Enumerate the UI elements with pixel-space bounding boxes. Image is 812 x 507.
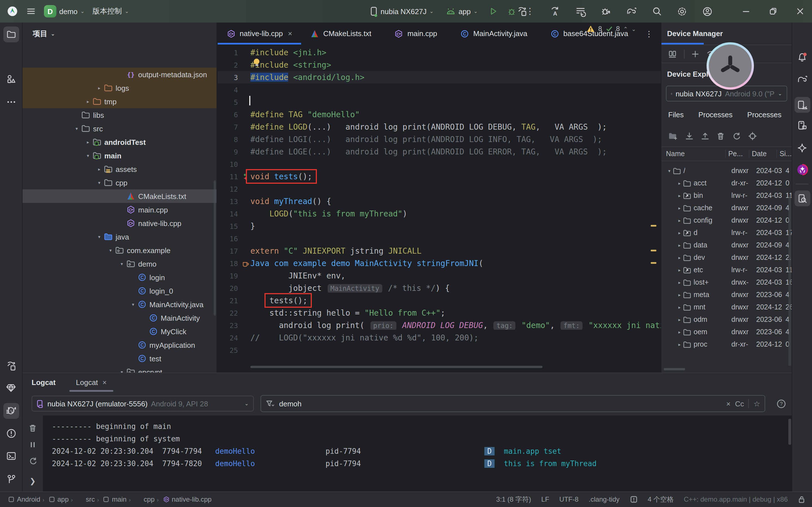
gutter-icon[interactable] <box>240 222 250 230</box>
project-tool-button[interactable] <box>3 26 19 42</box>
gutter-icon[interactable] <box>240 110 250 119</box>
gutter-icon[interactable] <box>240 172 250 181</box>
tree-item[interactable]: ▸ androidTest <box>22 135 217 149</box>
vcs-widget[interactable]: 版本控制 ⌄ <box>93 6 129 16</box>
tree-item[interactable]: MyClick <box>22 325 217 338</box>
tree-item[interactable]: ▾ main <box>22 149 217 162</box>
tree-item[interactable]: ▾ com.example <box>22 243 217 257</box>
col-permissions[interactable]: Pe... <box>725 150 749 158</box>
tree-chevron-icon[interactable]: ▾ <box>117 261 126 266</box>
tree-item[interactable]: ▾ encrypt <box>22 365 217 373</box>
gutter-icon[interactable] <box>240 197 250 206</box>
file-table-row[interactable]: ▸ d lrw-r- 2024-03 17 <box>661 227 792 239</box>
tab-files[interactable]: Files <box>668 110 684 119</box>
file-table-row[interactable]: ▸ proc dr-xr- 2024-12 0 <box>661 338 792 351</box>
col-size[interactable]: Si... <box>777 150 792 158</box>
running-devices-tool-button[interactable] <box>794 117 810 133</box>
minimize-button[interactable] <box>742 7 750 15</box>
app-quality-insights-tool-button[interactable] <box>3 380 19 396</box>
gutter-icon[interactable] <box>240 321 250 330</box>
close-tab-icon[interactable]: × <box>102 378 107 387</box>
resource-manager-tool-button[interactable] <box>3 71 19 87</box>
tree-item[interactable]: ▸ logs <box>22 81 217 95</box>
pause-logcat-button[interactable] <box>25 437 41 453</box>
breadcrumb-item[interactable]: app › <box>48 496 73 503</box>
row-chevron-icon[interactable]: ▸ <box>676 181 683 186</box>
apply-changes-button[interactable]: A <box>550 6 560 17</box>
close-button[interactable] <box>796 7 804 15</box>
match-case-toggle[interactable]: Cc <box>735 399 744 408</box>
tab-processes[interactable]: Processes <box>698 110 733 119</box>
logcat-console[interactable]: --------- beginning of main --------- be… <box>43 415 792 491</box>
file-encoding[interactable]: UTF-8 <box>559 496 579 503</box>
delete-file-button[interactable] <box>717 131 724 140</box>
prev-issue-button[interactable]: ⌃ <box>623 25 628 32</box>
breadcrumb-item[interactable]: main › <box>103 496 131 503</box>
run-config-selector[interactable]: app ⌄ <box>446 7 478 15</box>
run-button[interactable] <box>489 7 498 16</box>
breadcrumb-item[interactable]: native-lib.cpp <box>163 496 214 503</box>
tree-chevron-icon[interactable]: ▾ <box>106 248 115 253</box>
row-chevron-icon[interactable]: ▸ <box>676 243 683 248</box>
tree-chevron-icon[interactable]: ▸ <box>84 99 93 104</box>
device-selector[interactable]: nubia NX627J ⌄ <box>370 6 434 16</box>
row-chevron-icon[interactable]: ▸ <box>676 230 683 235</box>
download-file-button[interactable] <box>685 131 694 140</box>
project-panel-header[interactable]: 项目 ⌄ <box>22 22 217 45</box>
tree-chevron-icon[interactable]: ▸ <box>95 167 104 172</box>
logcat-tab[interactable]: Logcat × <box>76 373 107 392</box>
tree-chevron-icon[interactable]: ▾ <box>117 370 126 373</box>
logcat-window-title[interactable]: Logcat <box>32 378 56 387</box>
row-chevron-icon[interactable]: ▸ <box>676 342 683 347</box>
editor-tab[interactable]: native-lib.cpp × <box>218 22 301 45</box>
tree-chevron-icon[interactable]: ▾ <box>72 126 81 131</box>
favorite-filter-icon[interactable]: ☆ <box>754 399 760 408</box>
gutter-icon[interactable] <box>240 346 250 354</box>
file-table-vscrollbar[interactable] <box>788 195 791 366</box>
gutter-icon[interactable] <box>240 209 250 218</box>
restart-logcat-button[interactable] <box>25 453 41 468</box>
tree-item[interactable]: native-lib.cpp <box>22 216 217 230</box>
col-date[interactable]: Date <box>749 150 777 158</box>
gutter-icon[interactable] <box>240 185 250 193</box>
tree-item[interactable]: main.cpp <box>22 203 217 216</box>
gutter-icon[interactable] <box>240 333 250 342</box>
gutter-icon[interactable] <box>240 123 250 131</box>
col-name[interactable]: Name <box>661 150 725 158</box>
file-table-row[interactable]: ▸ data drwxr 2024-09 4 <box>661 239 792 251</box>
tab-options-button[interactable]: ⋮ <box>645 22 661 45</box>
row-chevron-icon[interactable]: ▸ <box>676 317 683 322</box>
search-everywhere-button[interactable] <box>652 6 662 16</box>
file-table-row[interactable]: ▸ odm drwxr 2023-06 4 <box>661 314 792 326</box>
more-tool-windows-button[interactable] <box>3 94 19 110</box>
tree-chevron-icon[interactable]: ▾ <box>128 302 138 307</box>
intention-bulb-icon[interactable] <box>254 59 259 64</box>
account-button[interactable] <box>702 6 713 17</box>
device-manager-tool-button[interactable] <box>794 97 810 113</box>
main-menu-button[interactable] <box>26 6 36 16</box>
indent-style[interactable]: 4 个空格 <box>648 495 673 504</box>
debug-button[interactable] <box>507 6 517 16</box>
file-table-row[interactable]: ▸ oem drwxr 2023-06 4 <box>661 326 792 338</box>
close-tab-icon[interactable]: × <box>288 29 292 38</box>
restore-button[interactable] <box>769 7 777 15</box>
notifications-button[interactable] <box>794 49 810 65</box>
editor-hscrollbar[interactable] <box>250 366 542 368</box>
row-chevron-icon[interactable]: ▾ <box>666 168 673 173</box>
file-table-row[interactable]: ▸ acct dr-xr- 2024-12 0 <box>661 177 792 189</box>
gutter-icon[interactable] <box>240 234 250 243</box>
tree-item[interactable]: ▸ tmp <box>22 95 217 108</box>
logcat-filter-box[interactable]: × Cc ☆ <box>261 395 765 412</box>
tree-chevron-icon[interactable]: ▾ <box>95 234 104 239</box>
upload-file-button[interactable] <box>701 131 709 140</box>
tree-item[interactable]: test <box>22 352 217 365</box>
tree-chevron-icon[interactable]: ▸ <box>95 86 104 91</box>
clear-logcat-button[interactable] <box>25 420 41 436</box>
gemini-spark-button[interactable] <box>794 140 810 156</box>
clear-filter-icon[interactable]: × <box>726 399 730 408</box>
row-chevron-icon[interactable]: ▸ <box>676 292 683 297</box>
gutter-icon[interactable] <box>240 73 250 81</box>
logcat-tool-button[interactable] <box>3 403 19 419</box>
gutter-icon[interactable] <box>240 160 250 168</box>
file-table-row[interactable]: ▸ etc lrw-r- 2024-03 11 <box>661 264 792 276</box>
